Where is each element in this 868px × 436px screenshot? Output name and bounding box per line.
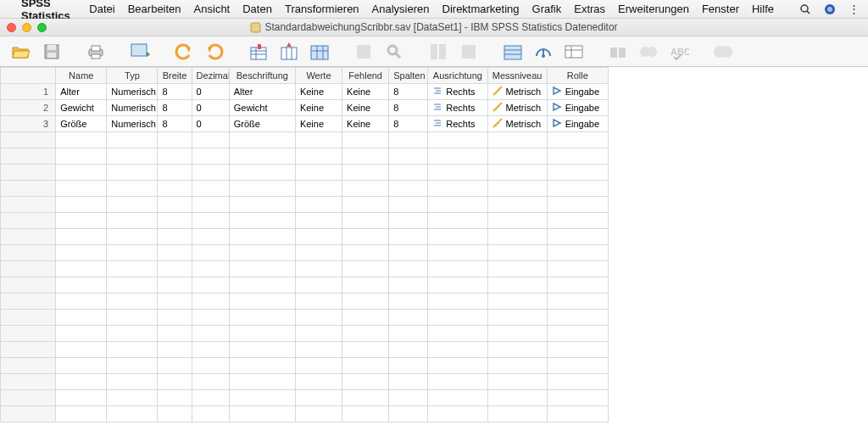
cell-beschriftung[interactable]: Alter (229, 84, 295, 100)
cell-typ[interactable]: Numerisch (107, 84, 158, 100)
cell-name[interactable]: Größe (56, 116, 107, 132)
cell-rolle[interactable]: Eingabe (547, 84, 608, 100)
row-number[interactable]: 1 (1, 84, 56, 100)
table-row[interactable]: 4 (1, 132, 609, 148)
col-messniveau[interactable]: Messniveau (487, 68, 547, 84)
table-row[interactable]: 13 (1, 277, 609, 293)
recall-dialog-button[interactable] (127, 39, 153, 64)
goto-variable-button[interactable] (276, 39, 302, 64)
cell-ausrichtung[interactable]: Rechts (428, 84, 487, 100)
table-row[interactable]: 18 (1, 358, 609, 374)
menu-ansicht[interactable]: Ansicht (194, 3, 231, 15)
cell-typ[interactable]: Numerisch (107, 116, 158, 132)
row-number[interactable]: 12 (1, 261, 56, 277)
redo-button[interactable] (202, 39, 227, 64)
cell-breite[interactable]: 8 (158, 84, 192, 100)
show-all-button[interactable] (605, 39, 631, 64)
row-number[interactable]: 9 (1, 213, 56, 229)
row-number[interactable]: 18 (1, 358, 56, 374)
col-rolle[interactable]: Rolle (547, 68, 608, 84)
col-spalten[interactable]: Spalten (389, 68, 428, 84)
col-dezimal[interactable]: Dezimal... (192, 68, 229, 84)
spellcheck-button[interactable]: ABC (666, 39, 692, 64)
cell-rolle[interactable]: Eingabe (547, 100, 608, 116)
save-button[interactable] (39, 39, 64, 64)
find-button[interactable] (381, 39, 407, 64)
cell-dezimal[interactable]: 0 (192, 84, 229, 100)
variable-view-grid[interactable]: Name Typ Breite Dezimal... Beschriftung … (0, 67, 868, 436)
table-row[interactable]: 15 (1, 310, 609, 326)
table-row[interactable]: 1AlterNumerisch80AlterKeineKeine8RechtsM… (1, 84, 609, 100)
col-typ[interactable]: Typ (107, 68, 158, 84)
menu-extras[interactable]: Extras (574, 3, 605, 15)
menu-hilfe[interactable]: Hilfe (752, 3, 774, 15)
menu-erweiterungen[interactable]: Erweiterungen (618, 3, 689, 15)
menu-extra-icon[interactable]: ⋮ (849, 3, 860, 15)
window-minimize-button[interactable] (22, 23, 31, 32)
cell-messniveau[interactable]: Metrisch (487, 100, 547, 116)
spotlight-icon[interactable] (799, 3, 811, 15)
cell-messniveau[interactable]: Metrisch (487, 84, 547, 100)
cell-ausrichtung[interactable]: Rechts (428, 116, 487, 132)
use-sets-button[interactable] (561, 39, 587, 64)
row-number[interactable]: 19 (1, 374, 56, 390)
table-row[interactable]: 7 (1, 181, 609, 197)
cell-dezimal[interactable]: 0 (192, 116, 229, 132)
menu-direktmarketing[interactable]: Direktmarketing (442, 3, 520, 15)
cell-werte[interactable]: Keine (295, 84, 342, 100)
menu-transformieren[interactable]: Transformieren (285, 3, 359, 15)
menu-analysieren[interactable]: Analysieren (372, 3, 430, 15)
weight-cases-button[interactable] (456, 39, 481, 64)
window-close-button[interactable] (7, 23, 16, 32)
col-ausrichtung[interactable]: Ausrichtung (428, 68, 487, 84)
run-button[interactable] (351, 39, 376, 64)
table-row[interactable]: 9 (1, 213, 609, 229)
cell-beschriftung[interactable]: Größe (229, 116, 295, 132)
menu-daten[interactable]: Daten (242, 3, 272, 15)
open-file-button[interactable] (8, 39, 34, 64)
menu-bearbeiten[interactable]: Bearbeiten (128, 3, 181, 15)
table-row[interactable]: 17 (1, 342, 609, 358)
cell-spalten[interactable]: 8 (389, 116, 428, 132)
row-number[interactable]: 2 (1, 100, 56, 116)
row-number[interactable]: 3 (1, 116, 56, 132)
cell-typ[interactable]: Numerisch (107, 100, 158, 116)
col-name[interactable]: Name (56, 68, 107, 84)
cell-spalten[interactable]: 8 (389, 100, 428, 116)
cell-name[interactable]: Alter (56, 84, 107, 100)
table-row[interactable]: 12 (1, 261, 609, 277)
table-row[interactable]: 6 (1, 165, 609, 181)
value-labels-button[interactable] (531, 39, 556, 64)
table-row[interactable]: 11 (1, 245, 609, 261)
row-number[interactable]: 5 (1, 148, 56, 165)
row-number[interactable]: 11 (1, 245, 56, 261)
row-number[interactable]: 21 (1, 406, 56, 422)
table-row[interactable]: 20 (1, 390, 609, 406)
cell-breite[interactable]: 8 (158, 100, 192, 116)
menu-datei[interactable]: Datei (89, 3, 114, 15)
cell-messniveau[interactable]: Metrisch (487, 116, 547, 132)
undo-button[interactable] (171, 39, 197, 64)
select-cases-button[interactable] (500, 39, 526, 64)
custom-attributes-button[interactable] (636, 39, 661, 64)
menu-grafik[interactable]: Grafik (532, 3, 562, 15)
variables-button[interactable] (307, 39, 332, 64)
table-row[interactable]: 3GrößeNumerisch80GrößeKeineKeine8RechtsM… (1, 116, 609, 132)
print-button[interactable] (83, 39, 108, 64)
row-number[interactable]: 13 (1, 277, 56, 293)
cell-spalten[interactable]: 8 (389, 84, 428, 100)
table-row[interactable]: 16 (1, 326, 609, 342)
col-werte[interactable]: Werte (295, 68, 342, 84)
cell-name[interactable]: Gewicht (56, 100, 107, 116)
table-row[interactable]: 21 (1, 406, 609, 422)
table-row[interactable]: 14 (1, 293, 609, 310)
cell-rolle[interactable]: Eingabe (547, 116, 608, 132)
row-number[interactable]: 17 (1, 342, 56, 358)
cell-fehlend[interactable]: Keine (342, 84, 389, 100)
siri-icon[interactable] (824, 3, 836, 15)
row-number[interactable]: 16 (1, 326, 56, 342)
row-number[interactable]: 6 (1, 165, 56, 181)
col-breite[interactable]: Breite (158, 68, 192, 84)
table-row[interactable]: 8 (1, 197, 609, 213)
row-number[interactable]: 4 (1, 132, 56, 148)
